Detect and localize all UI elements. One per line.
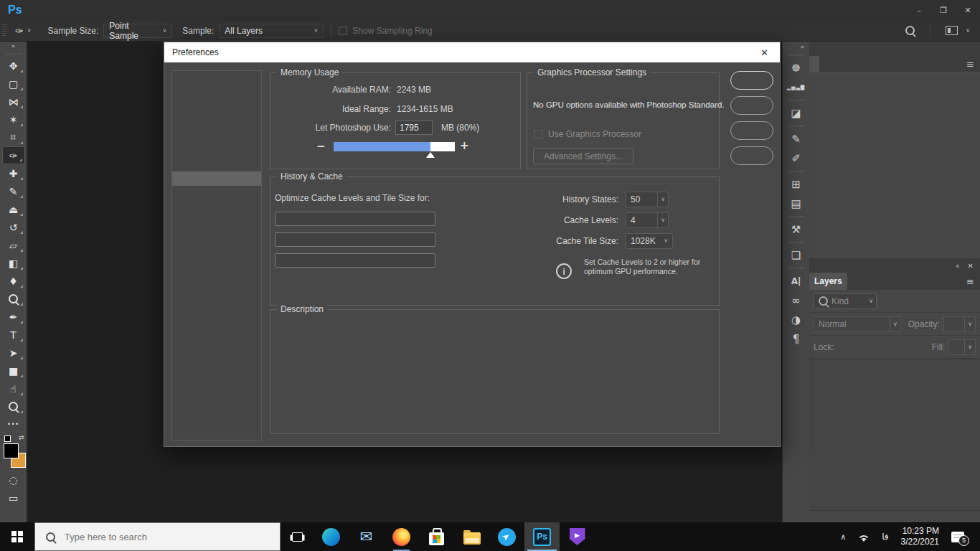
type-tool[interactable]: T (2, 326, 25, 344)
brush-tool[interactable]: ✎ (2, 182, 25, 200)
panel-tab[interactable] (819, 56, 829, 72)
character-panel-icon[interactable]: A| (783, 271, 809, 291)
gradient-tool[interactable]: ◧ (2, 254, 25, 272)
lasso-tool[interactable]: ⋈ (2, 93, 25, 110)
collapse-panel-icon[interactable]: « (955, 262, 959, 270)
menu-item[interactable] (95, 0, 110, 20)
cache-setting-dropdown[interactable]: 50 ∨ (626, 192, 669, 207)
preferences-nav-item[interactable] (172, 272, 261, 286)
zoom-tool[interactable] (2, 397, 25, 415)
libraries-panel-icon[interactable]: ∞ (783, 291, 809, 310)
move-tool[interactable]: ✥ (2, 57, 25, 75)
clone-source-panel-icon[interactable]: ⊞ (783, 174, 809, 194)
active-tool-preview[interactable]: ✑ ∨ (9, 25, 38, 37)
more-tools[interactable]: ••• (2, 415, 25, 433)
dialog-button[interactable] (730, 96, 773, 115)
language-indicator[interactable]: فا (876, 522, 894, 551)
eyedropper-tool[interactable]: ✑ (2, 146, 25, 164)
preferences-nav-item[interactable] (172, 157, 261, 171)
healing-brush-tool[interactable]: ✚ (2, 164, 25, 182)
search-input[interactable] (63, 531, 245, 543)
cache-preset-button[interactable] (275, 232, 435, 247)
menu-item[interactable] (110, 0, 126, 20)
dodge-tool[interactable] (2, 290, 25, 308)
cache-preset-button[interactable] (275, 212, 435, 226)
taskbar-telegram[interactable]: ➤ (489, 522, 524, 551)
eraser-tool[interactable]: ▱ (2, 236, 25, 254)
menu-item[interactable] (47, 0, 63, 20)
task-view-button[interactable] (281, 522, 314, 551)
panel-menu-icon[interactable]: ≡ (961, 56, 980, 72)
preferences-nav-item[interactable] (172, 128, 261, 143)
close-panel-icon[interactable]: ✕ (968, 262, 974, 270)
menu-item[interactable] (79, 0, 95, 20)
notes-panel-icon[interactable]: ▤ (783, 194, 809, 213)
toolbar-expand-icon[interactable]: » (0, 42, 27, 51)
dialog-close-icon[interactable]: ✕ (757, 47, 772, 58)
crop-tool[interactable]: ⌗ (2, 128, 25, 146)
hand-tool[interactable]: ☝ (2, 380, 25, 397)
magic-wand-tool[interactable]: ✶ (2, 110, 25, 128)
taskbar-search[interactable] (34, 522, 281, 551)
histogram-panel-icon[interactable]: ▂▅▃▇ (783, 77, 809, 97)
actions-panel-icon[interactable]: ❏ (783, 245, 809, 265)
brushes-panel-icon[interactable]: ✎ (783, 129, 809, 149)
preferences-nav-item[interactable] (172, 243, 261, 258)
foreground-color-swatch[interactable] (4, 443, 19, 458)
tab-layers[interactable]: Layers (809, 273, 847, 290)
cache-setting-dropdown[interactable]: 4 ∨ (626, 212, 669, 228)
taskbar-store[interactable] (419, 522, 454, 551)
brush-settings-panel-icon[interactable]: ✐ (783, 149, 809, 168)
preferences-nav-item[interactable] (172, 229, 261, 243)
close-button[interactable]: ✕ (956, 0, 980, 20)
menu-item[interactable] (158, 0, 174, 20)
menu-item[interactable] (126, 0, 142, 20)
clone-stamp-tool[interactable]: ⏏ (2, 200, 25, 218)
memory-slider[interactable] (334, 142, 455, 151)
tray-chevron-icon[interactable]: ∧ (834, 522, 852, 551)
menu-item[interactable] (32, 0, 47, 20)
menu-item[interactable] (63, 0, 79, 20)
panel-tab[interactable] (849, 56, 859, 72)
default-colors-icon[interactable] (4, 435, 11, 442)
history-brush-tool[interactable]: ↺ (2, 218, 25, 236)
taskbar-movies[interactable]: ▶ (560, 522, 595, 551)
preferences-nav-item[interactable] (172, 143, 261, 157)
minimize-button[interactable]: – (907, 0, 931, 20)
preferences-nav-item[interactable] (172, 85, 261, 100)
marquee-tool[interactable]: ▢ (2, 75, 25, 93)
memory-plus-button[interactable]: + (460, 139, 469, 152)
menu-item[interactable] (174, 0, 189, 20)
preferences-nav-item[interactable] (172, 286, 261, 301)
preferences-nav-item[interactable] (172, 100, 261, 114)
dialog-button[interactable] (730, 121, 773, 140)
swap-colors-icon[interactable]: ⇄ (19, 434, 24, 441)
clock[interactable]: 10:23 PM 3/22/2021 (895, 526, 946, 547)
tool-presets-panel-icon[interactable]: ⚒ (783, 220, 809, 239)
panel-tab[interactable] (829, 56, 839, 72)
preferences-nav-item[interactable] (172, 186, 261, 200)
quick-mask-button[interactable]: ◌ (2, 471, 25, 489)
workspace-icon[interactable] (946, 26, 958, 35)
wifi-button[interactable] (852, 522, 876, 551)
paragraph-panel-icon[interactable]: ¶ (783, 329, 809, 349)
info-panel-icon[interactable]: ◪ (783, 103, 809, 123)
preferences-nav-item[interactable] (172, 114, 261, 128)
search-icon[interactable] (905, 26, 915, 35)
taskbar-photoshop[interactable]: Ps (524, 522, 560, 551)
layers-menu-icon[interactable]: ≡ (961, 273, 980, 290)
preferences-nav-item[interactable] (172, 200, 261, 215)
sample-dropdown[interactable]: All Layers ∨ (219, 24, 324, 38)
cache-preset-button[interactable] (275, 253, 435, 268)
menu-item[interactable] (142, 0, 158, 20)
sample-size-dropdown[interactable]: Point Sample ∨ (103, 24, 172, 38)
restore-button[interactable]: ❐ (931, 0, 956, 20)
panel-tab[interactable] (809, 56, 819, 72)
path-selection-tool[interactable]: ➤ (2, 344, 25, 362)
taskbar-mail[interactable]: ✉ (349, 522, 384, 551)
dialog-button[interactable] (730, 146, 773, 165)
collapse-panels-icon[interactable]: « (783, 42, 809, 52)
pen-tool[interactable]: ✒ (2, 308, 25, 326)
preferences-nav-item[interactable] (172, 71, 261, 85)
blur-tool[interactable]: ♦ (2, 272, 25, 290)
